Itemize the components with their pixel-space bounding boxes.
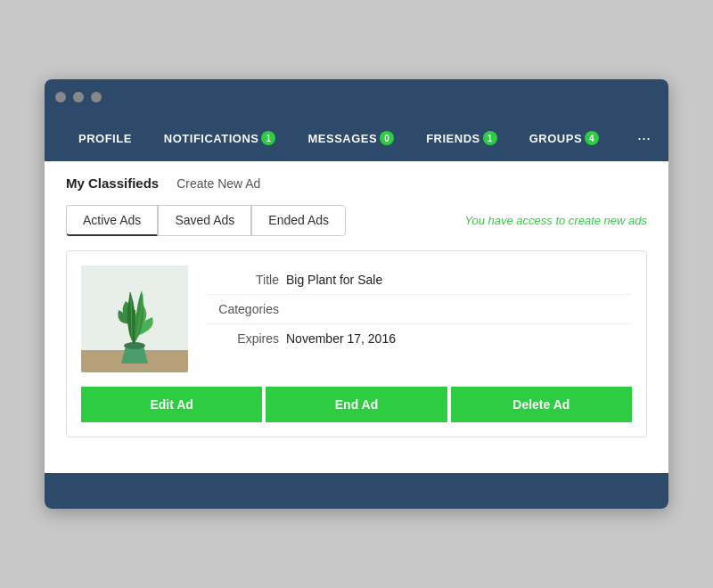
ad-expires-field: Expires November 17, 2016 — [206, 324, 632, 353]
ad-card: Title Big Plant for Sale Categories Expi… — [66, 250, 647, 437]
tab-active-ads-label: Active Ads — [83, 213, 141, 227]
tab-saved-ads-label: Saved Ads — [175, 213, 234, 227]
nav-friends[interactable]: FRIENDS 1 — [410, 115, 513, 161]
bottom-bar — [45, 473, 668, 509]
tabs-container: Active Ads Saved Ads Ended Ads — [66, 205, 346, 236]
create-new-ad-link[interactable]: Create New Ad — [176, 176, 260, 191]
nav-profile-label: PROFILE — [78, 132, 132, 145]
notifications-badge: 1 — [261, 131, 275, 145]
nav-groups[interactable]: GROUPS 4 — [513, 115, 615, 161]
nav-messages[interactable]: MESSAGES 0 — [291, 115, 410, 161]
tabs-row: Active Ads Saved Ads Ended Ads You have … — [66, 205, 647, 236]
end-ad-button[interactable]: End Ad — [266, 387, 447, 422]
nav-bar: PROFILE NOTIFICATIONS 1 MESSAGES 0 FRIEN… — [45, 115, 668, 161]
ad-categories-field: Categories — [206, 295, 632, 324]
browser-top-bar — [45, 79, 668, 115]
ad-title-value: Big Plant for Sale — [286, 273, 382, 287]
content-area: My Classifieds Create New Ad Active Ads … — [45, 161, 668, 473]
ad-image — [81, 265, 188, 372]
tab-ended-ads[interactable]: Ended Ads — [251, 205, 346, 236]
delete-ad-button[interactable]: Delete Ad — [451, 387, 632, 422]
friends-badge: 1 — [483, 131, 497, 145]
ad-card-inner: Title Big Plant for Sale Categories Expi… — [81, 265, 632, 372]
page-title: My Classifieds — [66, 176, 159, 191]
dot1 — [55, 92, 66, 102]
dot2 — [73, 92, 84, 102]
dot3 — [91, 92, 102, 102]
nav-groups-label: GROUPS — [529, 132, 582, 145]
nav-notifications[interactable]: NOTIFICATIONS 1 — [148, 115, 292, 161]
messages-badge: 0 — [380, 131, 394, 145]
breadcrumb-row: My Classifieds Create New Ad — [66, 176, 647, 191]
access-text: You have access to create new ads — [464, 214, 647, 227]
nav-profile[interactable]: PROFILE — [62, 115, 148, 161]
ad-title-field: Title Big Plant for Sale — [206, 265, 632, 295]
ad-expires-value: November 17, 2016 — [286, 331, 396, 346]
ad-title-label: Title — [206, 273, 286, 287]
ad-categories-label: Categories — [206, 302, 286, 316]
nav-more-button[interactable]: ··· — [637, 129, 651, 148]
nav-notifications-label: NOTIFICATIONS — [164, 132, 259, 145]
groups-badge: 4 — [585, 131, 599, 145]
nav-messages-label: MESSAGES — [307, 132, 377, 145]
ad-details: Title Big Plant for Sale Categories Expi… — [206, 265, 632, 353]
tab-active-ads[interactable]: Active Ads — [66, 205, 158, 236]
ad-actions: Edit Ad End Ad Delete Ad — [81, 387, 632, 422]
nav-friends-label: FRIENDS — [426, 132, 480, 145]
ad-expires-label: Expires — [206, 331, 286, 346]
tab-ended-ads-label: Ended Ads — [268, 213, 329, 227]
tab-saved-ads[interactable]: Saved Ads — [158, 205, 251, 236]
edit-ad-button[interactable]: Edit Ad — [81, 387, 262, 422]
